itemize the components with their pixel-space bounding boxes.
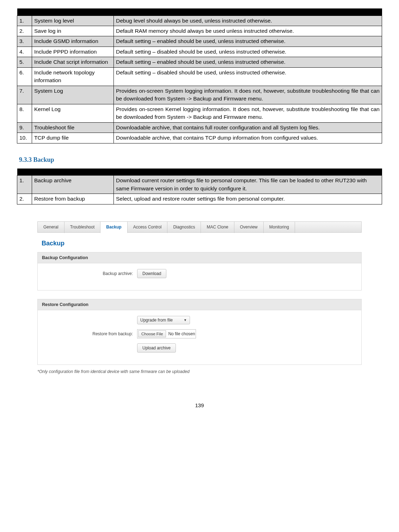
table-row: 6.Include network topology informationDe… xyxy=(17,67,382,86)
page-title: Backup xyxy=(42,240,362,247)
table-row: 8.Kernel LogProvides on-screen Kernel lo… xyxy=(17,104,382,122)
row-name: Include network topology information xyxy=(32,67,114,86)
table-row: 2.Save log inDefault RAM memory should a… xyxy=(17,26,382,36)
table-row: 5.Include Chat script informationDefault… xyxy=(17,57,382,67)
tab-mac-clone[interactable]: MAC Clone xyxy=(201,222,234,233)
row-explanation: Default setting – disabled should be use… xyxy=(114,67,382,86)
row-number: 2. xyxy=(17,26,32,36)
table-row: 2.Restore from backupSelect, upload and … xyxy=(17,194,382,204)
row-explanation: Download current router settings file to… xyxy=(114,176,382,194)
row-explanation: Downloadable archive, that contains TCP … xyxy=(114,133,382,143)
table-row: 4.Include PPPD informationDefault settin… xyxy=(17,47,382,57)
choose-file-button[interactable]: Choose File xyxy=(138,330,166,337)
file-input-status: No file chosen xyxy=(168,331,195,336)
row-number: 6. xyxy=(17,67,32,86)
tab-overview[interactable]: Overview xyxy=(234,222,264,233)
row-name: Save log in xyxy=(32,26,114,36)
table-row: 1.System log levelDebug level should alw… xyxy=(17,16,382,26)
table-row: 1.Backup archiveDownload current router … xyxy=(17,176,382,194)
row-name: Kernel Log xyxy=(32,104,114,122)
row-explanation: Provides on-screen Kernel logging inform… xyxy=(114,104,382,122)
restore-from-backup-label: Restore from backup: xyxy=(42,331,137,336)
table-row: 9.Troubleshoot fileDownloadable archive,… xyxy=(17,122,382,133)
row-number: 9. xyxy=(17,122,32,133)
tab-backup[interactable]: Backup xyxy=(100,222,127,233)
upload-archive-button[interactable]: Upload archive xyxy=(137,343,176,353)
row-name: TCP dump file xyxy=(32,133,114,143)
row-explanation: Default setting – enabled should be used… xyxy=(114,36,382,47)
row-name: Include Chat script information xyxy=(32,57,114,67)
row-number: 8. xyxy=(17,104,32,122)
download-button[interactable]: Download xyxy=(137,269,166,278)
section-heading: 9.3.3 Backup xyxy=(19,156,382,164)
row-name: Backup archive xyxy=(32,176,114,194)
panel-title: Restore Configuration xyxy=(38,299,361,310)
page-number: 139 xyxy=(17,402,382,408)
troubleshoot-table: 1.System log levelDebug level should alw… xyxy=(17,8,382,143)
panel-title: Backup Configuration xyxy=(38,252,361,263)
row-name: System log level xyxy=(32,16,114,26)
row-name: Restore from backup xyxy=(32,194,114,204)
restore-config-panel: Restore Configuration Upgrade from file … xyxy=(37,299,362,365)
upload-footnote: *Only configuration file from identical … xyxy=(37,369,362,374)
row-number: 4. xyxy=(17,47,32,57)
tab-monitoring[interactable]: Monitoring xyxy=(264,222,295,233)
row-name: Include GSMD information xyxy=(32,36,114,47)
row-explanation: Downloadable archive, that contains full… xyxy=(114,122,382,133)
backup-table: 1.Backup archiveDownload current router … xyxy=(17,169,382,204)
row-number: 5. xyxy=(17,57,32,67)
row-number: 7. xyxy=(17,86,32,104)
table-row: 7.System LogProvides on-screen System lo… xyxy=(17,86,382,104)
select-value: Upgrade from file xyxy=(140,318,173,323)
row-name: System Log xyxy=(32,86,114,104)
row-number: 1. xyxy=(17,176,32,194)
table-row: 3.Include GSMD informationDefault settin… xyxy=(17,36,382,47)
row-name: Troubleshoot file xyxy=(32,122,114,133)
row-number: 10. xyxy=(17,133,32,143)
row-name: Include PPPD information xyxy=(32,47,114,57)
tab-access-control[interactable]: Access Control xyxy=(128,222,168,233)
tab-diagnostics[interactable]: Diagnostics xyxy=(167,222,201,233)
row-number: 3. xyxy=(17,36,32,47)
tab-troubleshoot[interactable]: Troubleshoot xyxy=(65,222,101,233)
row-explanation: Default setting – enabled should be used… xyxy=(114,57,382,67)
row-explanation: Default setting – disabled should be use… xyxy=(114,47,382,57)
upgrade-source-select[interactable]: Upgrade from file ▼ xyxy=(137,316,190,324)
row-number: 2. xyxy=(17,194,32,204)
backup-archive-label: Backup archive: xyxy=(42,271,137,276)
chevron-down-icon: ▼ xyxy=(184,318,187,322)
row-explanation: Default RAM memory should always be used… xyxy=(114,26,382,36)
row-explanation: Select, upload and restore router settin… xyxy=(114,194,382,204)
backup-config-panel: Backup Configuration Backup archive: Dow… xyxy=(37,252,362,291)
row-number: 1. xyxy=(17,16,32,26)
table-row: 10.TCP dump fileDownloadable archive, th… xyxy=(17,133,382,143)
file-input[interactable]: Choose File No file chosen xyxy=(137,329,196,338)
backup-ui-screenshot: GeneralTroubleshootBackupAccess ControlD… xyxy=(37,221,362,374)
row-explanation: Debug level should always be used, unles… xyxy=(114,16,382,26)
tab-general[interactable]: General xyxy=(38,222,65,233)
row-explanation: Provides on-screen System logging inform… xyxy=(114,86,382,104)
tab-bar: GeneralTroubleshootBackupAccess ControlD… xyxy=(37,221,362,233)
